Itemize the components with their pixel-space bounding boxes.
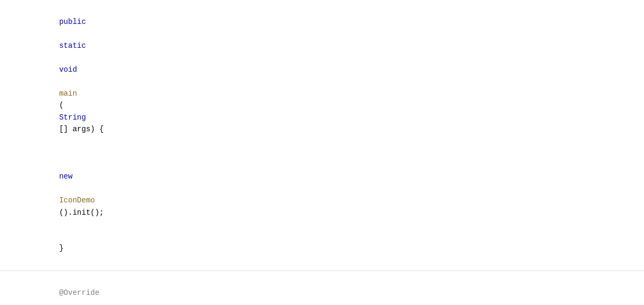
keyword-new: new <box>59 172 72 181</box>
method-main: main <box>59 89 77 98</box>
line-content: } <box>23 230 635 266</box>
code-line: new IconDemo ().init(); <box>0 147 644 231</box>
code-line: @Override <box>0 275 644 305</box>
class-icondemo: IconDemo <box>59 196 95 205</box>
keyword-public: public <box>59 18 86 26</box>
code-block-painticon: @Override public void paintIcon ( Compon… <box>0 271 644 305</box>
keyword-static: static <box>59 41 86 50</box>
line-content: new IconDemo ().init(); <box>23 147 635 231</box>
line-content: @Override <box>23 275 635 305</box>
code-block-main: public static void main ( String [] args… <box>0 0 644 271</box>
code-editor: public static void main ( String [] args… <box>0 0 644 305</box>
code-line: public static void main ( String [] args… <box>0 4 644 147</box>
line-content: public static void main ( String [] args… <box>23 4 635 147</box>
annotation-override: @Override <box>59 289 99 297</box>
code-line: } <box>0 230 644 266</box>
type-string: String <box>59 113 86 122</box>
keyword-void: void <box>59 65 77 74</box>
